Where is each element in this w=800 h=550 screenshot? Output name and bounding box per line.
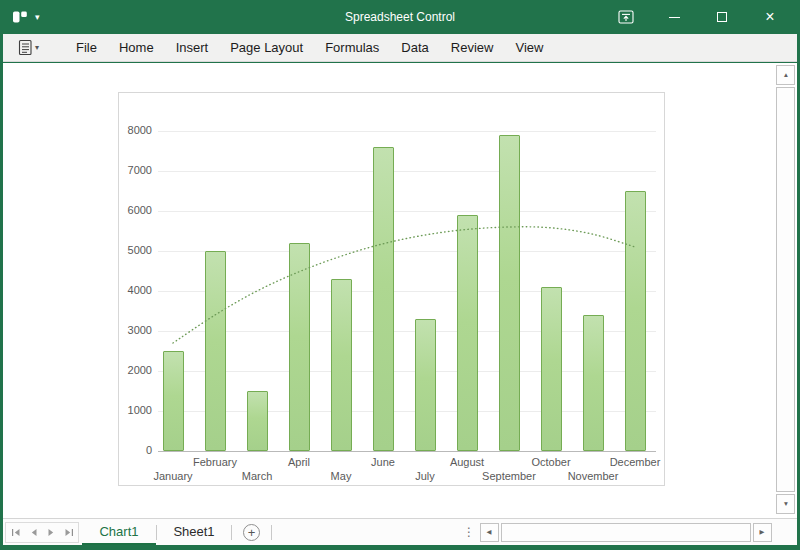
menu-item-formulas[interactable]: Formulas [314, 34, 390, 61]
ribbon-caret-icon: ▾ [35, 43, 39, 52]
maximize-icon [717, 12, 727, 22]
vertical-scrollbar-thumb[interactable] [776, 87, 795, 492]
scroll-left-button[interactable]: ◀ [480, 523, 499, 542]
next-sheet-button[interactable] [47, 528, 55, 537]
display-settings-icon [618, 10, 634, 24]
ribbon-style-button[interactable]: ▾ [18, 39, 51, 56]
app-icon[interactable] [11, 8, 29, 26]
last-sheet-button[interactable] [64, 528, 74, 537]
menu-item-view[interactable]: View [504, 34, 554, 61]
minimize-button[interactable] [650, 0, 698, 34]
menu-item-file[interactable]: File [65, 34, 108, 61]
menu-item-insert[interactable]: Insert [165, 34, 220, 61]
sheet-tab-bar: Chart1Sheet1 + ⋮ ◀ ▶ [3, 518, 797, 545]
arrow-down-icon: ▼ [782, 501, 788, 507]
tab-separator [271, 525, 272, 540]
scrollbar-splitter-handle[interactable]: ⋮ [463, 525, 475, 539]
add-sheet-button[interactable]: + [243, 524, 260, 541]
arrow-right-icon: ▶ [760, 529, 765, 535]
display-settings-button[interactable] [602, 0, 650, 34]
menu-bar: ▾ FileHomeInsertPage LayoutFormulasDataR… [3, 34, 797, 62]
workspace: 010002000300040005000600070008000January… [3, 63, 797, 518]
menu-item-data[interactable]: Data [390, 34, 439, 61]
sheet-tab-chart1[interactable]: Chart1 [82, 519, 156, 545]
arrow-up-icon: ▲ [782, 72, 788, 78]
ribbon-list-icon [18, 39, 33, 56]
window-buttons: × [602, 0, 794, 34]
scroll-up-button[interactable]: ▲ [776, 65, 795, 85]
trendline[interactable] [119, 93, 666, 487]
scroll-right-button[interactable]: ▶ [753, 523, 772, 542]
tab-separator [231, 525, 232, 540]
app-window: ▾ Spreadsheet Control × [0, 0, 800, 550]
menu-items: FileHomeInsertPage LayoutFormulasDataRev… [65, 34, 554, 61]
plus-icon: + [248, 526, 256, 539]
horizontal-scrollbar[interactable]: ◀ ▶ [480, 523, 772, 542]
menu-item-page-layout[interactable]: Page Layout [219, 34, 314, 61]
sheet-nav-group [5, 522, 79, 543]
previous-sheet-button[interactable] [30, 528, 38, 537]
chart-plot-area: 010002000300040005000600070008000January… [119, 93, 664, 485]
close-button[interactable]: × [746, 0, 794, 34]
scroll-down-button[interactable]: ▼ [776, 494, 795, 514]
vertical-scrollbar[interactable]: ▲ ▼ [776, 65, 795, 514]
titlebar: ▾ Spreadsheet Control × [0, 0, 800, 34]
arrow-left-icon: ◀ [487, 529, 492, 535]
maximize-button[interactable] [698, 0, 746, 34]
close-icon: × [765, 9, 774, 25]
first-sheet-button[interactable] [11, 528, 21, 537]
app-menu-caret-icon[interactable]: ▾ [35, 12, 40, 22]
sheet-tabs: Chart1Sheet1 [82, 519, 231, 545]
horizontal-scrollbar-thumb[interactable] [501, 523, 751, 542]
sheet-tab-sheet1[interactable]: Sheet1 [157, 519, 231, 545]
menu-item-review[interactable]: Review [440, 34, 505, 61]
chart[interactable]: 010002000300040005000600070008000January… [118, 92, 665, 486]
minimize-icon [669, 17, 680, 18]
menu-item-home[interactable]: Home [108, 34, 165, 61]
